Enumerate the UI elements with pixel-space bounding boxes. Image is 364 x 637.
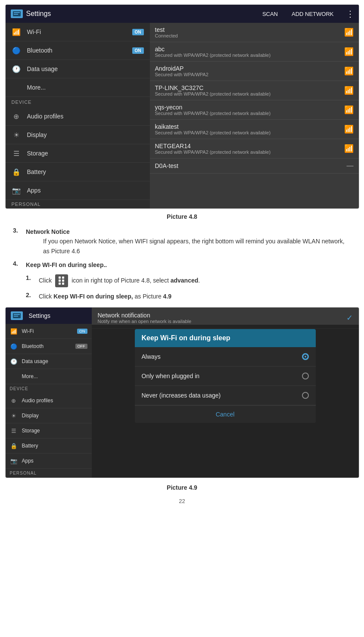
settings-header-2: Settings	[6, 308, 92, 324]
sidebar-item-apps[interactable]: 📷 Apps	[6, 181, 150, 200]
settings-title-2: Settings	[29, 312, 51, 319]
audio-icon-2: ⊕	[10, 397, 18, 404]
apps-icon: 📷	[12, 186, 21, 195]
radio-plugged-unselected	[302, 373, 309, 379]
sidebar2-item-apps[interactable]: 📷 Apps	[6, 454, 92, 469]
wifi-signal-yqs: 📶	[344, 105, 354, 115]
network-item-kaikatest[interactable]: kaikatest Secured with WPA/WPA2 (protect…	[150, 120, 359, 139]
network-item-d0a[interactable]: D0A-test —	[150, 158, 359, 174]
step-1-click-label: Click	[39, 277, 52, 284]
wifi-signal-kaikatest: 📶	[344, 124, 354, 134]
dialog-cancel-button[interactable]: Cancel	[135, 405, 316, 423]
sidebar-storage-label: Storage	[27, 150, 144, 157]
network-name-androidap: AndroidAP	[155, 65, 344, 72]
doc-item-4: 4. Keep WI-FI on during sleep..	[13, 260, 351, 270]
item-4-number: 4.	[13, 260, 22, 270]
sidebar-bluetooth-label: Bluetooth	[27, 47, 126, 54]
network-item-androidap[interactable]: AndroidAP Secured with WPA/WPA2 📶	[150, 62, 359, 81]
network-item-tplink[interactable]: TP-LINK_3C327C Secured with WPA/WPA2 (pr…	[150, 81, 359, 100]
wifi-signal-test: 📶	[344, 28, 354, 37]
document-content: 3. Network Notice If you open Network No…	[0, 227, 364, 301]
sidebar-data-usage-label: Data usage	[27, 65, 144, 72]
wifi-main-panel-2: Network notification Notify me when an o…	[92, 308, 359, 478]
network-name-yqs: yqs-yecon	[155, 104, 344, 111]
data-usage-icon: 🕐	[12, 64, 21, 74]
dialog-option-plugged[interactable]: Only when plugged in	[135, 367, 316, 386]
device-section-label-2: DEVICE	[6, 384, 92, 393]
sidebar2-more-label: More...	[22, 373, 87, 379]
bluetooth-toggle[interactable]: ON	[132, 47, 144, 54]
network-info-abc: abc Secured with WPA/WPA2 (protected net…	[155, 46, 344, 58]
sidebar2-item-more[interactable]: More...	[6, 369, 92, 384]
network-item-test[interactable]: test Connected 📶	[150, 23, 359, 42]
apps-icon-2: 📷	[10, 457, 18, 465]
sidebar2-bluetooth-label: Bluetooth	[22, 343, 71, 349]
svg-rect-3	[14, 14, 18, 15]
sidebar-item-bluetooth[interactable]: 🔵 Bluetooth ON	[6, 41, 150, 60]
doc-item-3: 3. Network Notice If you open Network No…	[13, 227, 351, 256]
network-info-tplink: TP-LINK_3C327C Secured with WPA/WPA2 (pr…	[155, 84, 344, 96]
sidebar-item-more[interactable]: More...	[6, 78, 150, 97]
battery-icon-2: 🔒	[10, 442, 18, 450]
settings-icon	[11, 9, 23, 18]
sidebar2-item-storage[interactable]: ☰ Storage	[6, 423, 92, 438]
network-info-test: test Connected	[155, 26, 344, 38]
caption-2: Picture 4.9	[0, 484, 364, 491]
option-never-label: Never (increases data usage)	[142, 392, 302, 399]
network-item-netgear[interactable]: NETGEAR14 Secured with WPA/WPA2 (protect…	[150, 139, 359, 158]
wifi-toggle[interactable]: ON	[132, 29, 144, 35]
sidebar-item-display[interactable]: ☀ Display	[6, 126, 150, 144]
notification-info: Network notification Notify me when an o…	[98, 312, 346, 324]
network-item-abc[interactable]: abc Secured with WPA/WPA2 (protected net…	[150, 42, 359, 62]
step-2-bold: Keep WI-FI on during sleep,	[53, 293, 133, 300]
battery-icon: 🔒	[12, 167, 21, 177]
sidebar2-wifi-label: Wi-Fi	[22, 328, 73, 334]
sidebar2-item-audio[interactable]: ⊕ Audio profiles	[6, 393, 92, 408]
sidebar-item-audio[interactable]: ⊕ Audio profiles	[6, 107, 150, 126]
sidebar2-item-wifi[interactable]: 📶 Wi-Fi ON	[6, 324, 92, 339]
dialog-option-always[interactable]: Always	[135, 347, 316, 367]
network-info-kaikatest: kaikatest Secured with WPA/WPA2 (protect…	[155, 123, 344, 135]
sidebar-item-battery[interactable]: 🔒 Battery	[6, 163, 150, 181]
settings-sidebar-1: Settings 📶 Wi-Fi ON 🔵 Bluetooth ON 🕐 Dat…	[6, 5, 150, 208]
network-status-netgear: Secured with WPA/WPA2 (protected network…	[155, 149, 344, 155]
sidebar2-item-bluetooth[interactable]: 🔵 Bluetooth OFF	[6, 339, 92, 354]
step-1-after-text: icon in right top of Picture 4.8, select	[72, 277, 169, 284]
sidebar-item-storage[interactable]: ☰ Storage	[6, 144, 150, 163]
caption-1: Picture 4.8	[0, 213, 364, 220]
sidebar-item-data-usage[interactable]: 🕐 Data usage	[6, 60, 150, 78]
wifi-signal-netgear: 📶	[344, 144, 354, 153]
sidebar-wifi-label: Wi-Fi	[27, 28, 126, 35]
radio-never-unselected	[302, 392, 309, 399]
network-status-abc: Secured with WPA/WPA2 (protected network…	[155, 53, 344, 58]
more-icon	[12, 83, 21, 92]
wifi-network-panel: SCAN ADD NETWORK ⋮ test Connected 📶 abc …	[150, 5, 359, 208]
svg-rect-6	[14, 314, 20, 315]
wifi-signal-androidap: 📶	[344, 66, 354, 76]
wifi-panel-header: SCAN ADD NETWORK ⋮	[150, 5, 359, 23]
sidebar-item-wifi[interactable]: 📶 Wi-Fi ON	[6, 23, 150, 41]
menu-dots-icon	[55, 274, 68, 287]
dialog-option-never[interactable]: Never (increases data usage)	[135, 386, 316, 405]
bluetooth-toggle-2[interactable]: OFF	[75, 344, 87, 349]
item-3-body: If you open Network Notice, when WIFI si…	[43, 236, 351, 256]
sidebar2-audio-label: Audio profiles	[22, 398, 87, 404]
sidebar2-storage-label: Storage	[22, 428, 87, 434]
wifi-toggle-2[interactable]: ON	[77, 329, 87, 334]
notification-subtitle: Notify me when an open network is availa…	[98, 319, 346, 324]
add-network-button[interactable]: ADD NETWORK	[292, 11, 334, 17]
network-status-yqs: Secured with WPA/WPA2 (protected network…	[155, 111, 344, 116]
storage-icon-2: ☰	[10, 427, 18, 435]
doc-step-2: 2. Click Keep WI-FI on during sleep, as …	[26, 292, 351, 301]
more-options-button[interactable]: ⋮	[346, 9, 355, 19]
step-1-period: .	[198, 277, 200, 284]
keep-wifi-dialog: Keep Wi-Fi on during sleep Always Only w…	[135, 329, 316, 423]
sidebar2-item-display[interactable]: ☀ Display	[6, 408, 92, 423]
network-name-abc: abc	[155, 46, 344, 53]
scan-button[interactable]: SCAN	[262, 11, 278, 17]
item-3-heading: Network Notice	[26, 228, 70, 235]
sidebar2-item-battery[interactable]: 🔒 Battery	[6, 438, 92, 454]
step-2-after-text: as Picture	[134, 293, 161, 300]
network-item-yqs[interactable]: yqs-yecon Secured with WPA/WPA2 (protect…	[150, 100, 359, 120]
sidebar2-item-data-usage[interactable]: 🕐 Data usage	[6, 354, 92, 369]
